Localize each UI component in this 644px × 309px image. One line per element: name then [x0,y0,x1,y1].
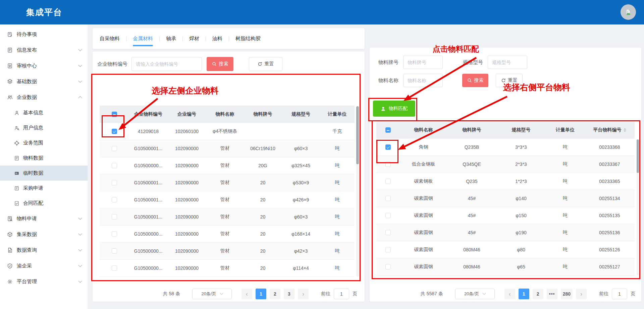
table-header-cell-sortable[interactable]: 平台物料编号 [585,121,635,139]
table-row[interactable]: G10500001...102090000管材20φ426×9吨 [100,191,355,208]
row-checkbox[interactable] [112,214,117,220]
sidebar-item-user-info[interactable]: 用户信息 [0,120,88,135]
table-row[interactable]: 碳素圆钢080M46φ80吨00255126 [376,241,635,258]
page-size-select[interactable]: 20条/页 [192,289,232,299]
tab-item-0[interactable]: 自采物料 [100,36,120,42]
row-checkbox[interactable] [385,264,391,269]
material-match-button[interactable]: 物料匹配 [373,101,415,117]
table-row[interactable]: G10500001...102090000管材06Cr19Ni10φ60×3吨 [100,140,355,157]
table-cell: 00255134 [585,190,635,207]
page-button-2[interactable]: 2 [270,289,280,299]
brand-input[interactable] [403,56,443,69]
table-cell [244,123,282,140]
sidebar-item-material-request[interactable]: 物料申请 [0,211,88,227]
table-row[interactable]: 角钢Q235B3*3*3吨00233368 [376,139,635,156]
vertical-scrollbar-thumb[interactable] [637,139,639,173]
reset-button[interactable]: 重置 [249,57,282,71]
search-button[interactable]: 搜索 [462,74,488,87]
table-row[interactable]: G10500001...102090000管材20φ60×3吨 [100,208,355,226]
table-cell: 管材 [206,191,244,208]
enterprise-material-code-input[interactable] [131,57,202,71]
page-size-select[interactable]: 20条/页 [455,289,495,299]
row-checkbox[interactable] [112,163,117,168]
row-checkbox[interactable] [385,230,391,235]
avatar[interactable] [621,4,636,20]
reset-button[interactable]: 重置 [496,74,523,87]
row-checkbox[interactable] [112,129,117,134]
table-row[interactable]: 碳素圆钢45#φ140吨00255134 [376,190,635,207]
sort-desc-icon[interactable] [624,130,626,132]
sort-asc-icon[interactable] [624,128,626,130]
tab-item-4[interactable]: 油料 [212,36,222,42]
search-button[interactable]: 搜索 [207,57,233,71]
vertical-scrollbar-track[interactable] [356,158,359,276]
row-checkbox[interactable] [385,196,391,201]
sidebar-item-yuqicai[interactable]: 渝企采 [0,258,88,274]
select-all-checkbox[interactable] [385,127,391,133]
table-row[interactable]: 碳素圆钢45#φ150吨00255135 [376,207,635,224]
spec-input[interactable] [488,56,527,69]
row-checkbox[interactable] [112,197,117,202]
row-checkbox[interactable] [385,179,391,184]
row-checkbox[interactable] [112,231,117,237]
sidebar-item-temp-data[interactable]: 临时数据 [0,166,88,181]
row-checkbox[interactable] [385,144,391,150]
sidebar-item-base-data[interactable]: 基础数据 [0,74,88,89]
page-button-280[interactable]: 280 [561,289,573,299]
table-row[interactable]: 碳素圆钢45#φ190吨00255136 [376,224,635,241]
tab-item-2[interactable]: 轴承 [166,36,176,42]
sidebar-item-business-scope[interactable]: 业务范围 [0,135,88,150]
tab-item-5[interactable]: 树脂结构胶 [235,36,261,42]
table-row[interactable]: 低合金钢板Q345QE2*3*3吨00233367 [376,156,635,173]
table-row[interactable]: G10500001...102090000管材20φ530×9吨 [100,174,355,191]
table-cell: φ325×45 [282,157,320,174]
prev-page-button[interactable]: ‹ [504,289,515,299]
goto-page-input[interactable] [334,289,349,299]
page-button-1[interactable]: 1 [256,289,266,299]
sidebar-item-material-data[interactable]: 物料数据 [0,150,88,166]
row-checkbox[interactable] [385,247,391,252]
table-row[interactable]: G10500000...102090000管材20φ114×4吨 [100,260,355,277]
sidebar-item-platform-admin[interactable]: 平台管理 [0,274,88,290]
sidebar-item-purchase-request[interactable]: 采购申请 [0,181,88,196]
row-checkbox[interactable] [385,162,391,167]
sidebar-item-todo[interactable]: 待办事项 [0,26,88,42]
search-icon [467,78,472,83]
row-checkbox[interactable] [385,213,391,218]
material-name-input[interactable] [403,74,443,87]
select-all-checkbox[interactable] [112,112,117,117]
publish-icon [7,47,13,53]
table-row[interactable]: 碳素钢板Q2351*2*3吨00233365 [376,173,635,190]
page-button-2[interactable]: 2 [533,289,543,299]
sidebar-item-data-query[interactable]: 数据查询 [0,242,88,258]
table-row[interactable]: G10500000...102090000管材20φ168×14吨 [100,226,355,243]
row-checkbox[interactable] [112,146,117,151]
prev-page-button[interactable]: ‹ [241,289,252,299]
table-row[interactable]: G10500000...102090000管材20φ42×3吨 [100,243,355,260]
sidebar-item-enterprise-data[interactable]: 企业数据 [0,89,88,105]
page-button-3[interactable]: 3 [284,289,294,299]
sidebar-item-contract-match[interactable]: 合同匹配 [0,196,88,211]
sidebar: 待办事项 信息发布 审核中心 基础数据 企业数据 基本信息 [0,24,88,309]
layers-icon [7,79,13,84]
tab-item-3[interactable]: 焊材 [189,36,199,42]
goto-page-input[interactable] [612,289,627,299]
sidebar-item-collective-data[interactable]: 集采数据 [0,227,88,242]
next-page-button[interactable]: › [576,289,587,299]
table-row[interactable]: 41209018102060100φ4不锈钢条千克 [100,123,355,140]
tab-item-1[interactable]: 金属材料 [133,36,153,42]
row-checkbox[interactable] [112,248,117,254]
sidebar-item-audit-center[interactable]: 审核中心 [0,58,88,74]
row-checkbox[interactable] [112,180,117,185]
row-checkbox[interactable] [112,265,117,271]
sidebar-item-basic-info[interactable]: 基本信息 [0,105,88,120]
vertical-scrollbar-thumb[interactable] [356,106,359,164]
table-header-cell: 计量单位 [320,106,355,123]
more-pages-button[interactable]: ••• [547,289,557,299]
next-page-button[interactable]: › [298,289,309,299]
table-row[interactable]: 碳素圆钢080M46φ65吨00255127 [376,258,635,275]
table-row[interactable]: G10500000...102090000管材20Gφ325×45吨 [100,157,355,174]
sidebar-item-info-publish[interactable]: 信息发布 [0,42,88,58]
table-cell: 45# [447,207,496,224]
page-button-1[interactable]: 1 [519,289,529,299]
